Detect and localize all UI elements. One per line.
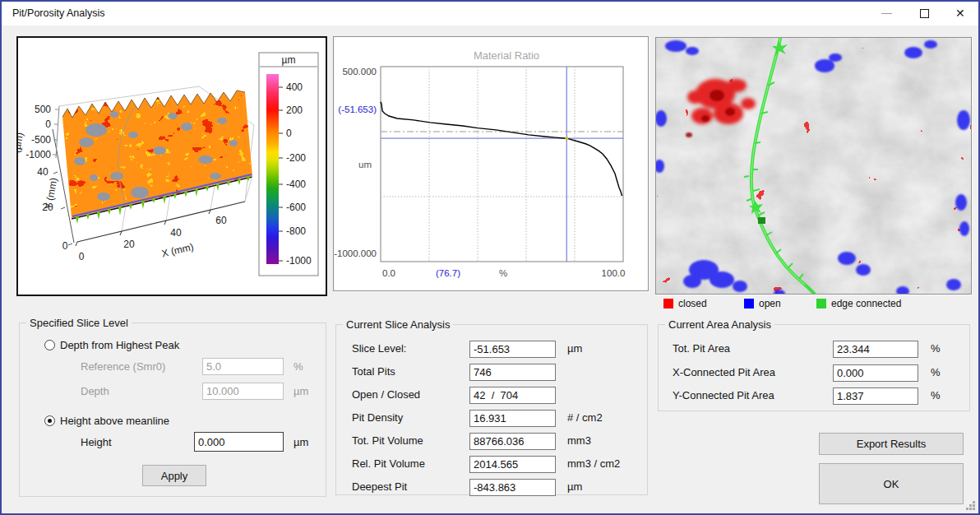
specified-slice-level-group: Specified Slice Level Depth from Highest… — [19, 322, 326, 497]
x-connected-pit-area-label: X-Connected Pit Area — [673, 366, 775, 378]
maximize-icon — [920, 9, 929, 18]
slice-level-label: Slice Level: — [352, 342, 406, 355]
depth-from-highest-peak-label: Depth from Highest Peak — [60, 339, 179, 351]
apply-button[interactable]: Apply — [142, 465, 206, 486]
height-label: Height — [81, 436, 112, 448]
z-tick: 500 — [35, 104, 51, 115]
z-tick: -500 — [31, 134, 51, 146]
x-tick: 60 — [215, 215, 227, 226]
colorbar-tick: -200 — [286, 152, 306, 164]
open-legend-label: open — [759, 298, 781, 309]
colorbar-tick: 0 — [286, 128, 292, 139]
depth-from-highest-peak-radio[interactable] — [44, 340, 55, 350]
close-icon: ✕ — [955, 7, 965, 20]
colorbar-tick: -400 — [286, 179, 306, 190]
pit-area-map-panel — [655, 37, 972, 295]
reference-unit: % — [294, 360, 303, 373]
y-axis-title: Y (mm) — [43, 177, 60, 211]
y-axis-unit: um — [358, 160, 372, 169]
rel-pit-volume-label: Rel. Pit Volume — [352, 457, 425, 470]
tot-pit-volume-label: Tot. Pit Volume — [352, 434, 423, 447]
maximize-button[interactable] — [911, 2, 939, 26]
y-marker-label: (-51.653) — [338, 104, 377, 114]
height-field[interactable] — [194, 432, 284, 452]
depth-unit: µm — [294, 385, 308, 397]
material-ratio-panel: Material Ratio 500.000 (-51.653) um -100… — [333, 36, 649, 291]
x-tick: 0 — [79, 251, 85, 262]
z-axis-title: (µm) — [18, 132, 25, 154]
depth-label: Depth — [81, 385, 109, 397]
tot-pit-volume-field[interactable] — [469, 433, 556, 450]
x-connected-pit-area-unit: % — [931, 366, 941, 378]
slice-level-unit: µm — [567, 342, 582, 355]
z-tick: 0 — [45, 118, 51, 130]
group-title: Specified Slice Level — [26, 317, 132, 329]
current-slice-analysis-group: Current Slice Analysis Slice Level: µm T… — [335, 324, 648, 495]
title-bar: Pit/Porosity Analysis ✕ — [2, 2, 978, 26]
current-area-analysis-group: Current Area Analysis Tot. Pit Area % X-… — [658, 324, 970, 411]
deepest-pit-field[interactable] — [469, 479, 556, 496]
edge-connected-legend-label: edge connected — [831, 298, 901, 309]
depth-field[interactable] — [202, 383, 284, 400]
deepest-pit-unit: µm — [567, 480, 582, 493]
colorbar-header: µm — [282, 54, 296, 66]
deepest-pit-label: Deepest Pit — [352, 480, 407, 493]
y-tick-top: 500.000 — [342, 67, 377, 77]
tot-pit-area-field[interactable] — [833, 341, 918, 358]
colorbar-tick: -600 — [286, 202, 306, 213]
reference-smr0-field[interactable] — [202, 358, 284, 375]
total-pits-label: Total Pits — [352, 365, 395, 378]
pit-area-map — [656, 38, 971, 294]
surface-3d-plot: 500 0 -500 -1000 40 20 0 0 20 40 60 X (m… — [18, 38, 326, 295]
pit-density-unit: # / cm2 — [567, 411, 603, 424]
export-results-button[interactable]: Export Results — [819, 433, 964, 455]
group-title: Current Area Analysis — [665, 318, 774, 331]
pit-density-label: Pit Density — [352, 411, 403, 424]
resize-grip[interactable] — [967, 502, 975, 510]
plot-area — [381, 67, 623, 262]
chart-title: Material Ratio — [474, 49, 539, 62]
rel-pit-volume-field[interactable] — [469, 456, 556, 473]
close-button[interactable]: ✕ — [948, 2, 976, 26]
surface-3d-panel: 500 0 -500 -1000 40 20 0 0 20 40 60 X (m… — [16, 36, 327, 296]
closed-legend-swatch — [663, 299, 673, 309]
minimize-button[interactable] — [873, 2, 901, 26]
z-tick: -1000 — [25, 149, 51, 160]
pit-porosity-dialog: Pit/Porosity Analysis ✕ — [0, 0, 980, 515]
group-title: Current Slice Analysis — [343, 318, 453, 331]
tot-pit-volume-unit: mm3 — [567, 434, 591, 447]
tot-pit-area-unit: % — [931, 342, 941, 355]
window-title: Pit/Porosity Analysis — [12, 7, 105, 19]
z-axis — [53, 106, 59, 158]
x-connected-pit-area-field[interactable] — [833, 364, 918, 382]
ok-button[interactable]: OK — [819, 463, 964, 504]
colorbar-gradient — [266, 74, 279, 264]
slice-level-field[interactable] — [469, 341, 556, 358]
closed-pit-speckle — [656, 38, 971, 294]
x-tick-right: 100.0 — [602, 268, 626, 278]
height-unit: µm — [294, 436, 308, 448]
colorbar-tick: 200 — [286, 104, 303, 116]
green-dark-node — [758, 217, 765, 224]
open-closed-label: Open / Closed — [352, 388, 420, 401]
y-connected-pit-area-unit: % — [931, 389, 941, 401]
height-above-meanline-radio[interactable] — [44, 415, 55, 426]
total-pits-field[interactable] — [469, 364, 556, 381]
colorbar-tick: 400 — [286, 81, 303, 93]
x-tick: 40 — [170, 227, 182, 239]
x-tick-left: 0.0 — [382, 268, 395, 278]
y-tick-bottom: -1000.000 — [334, 248, 377, 258]
colorbar-tick: -800 — [286, 225, 306, 237]
closed-legend-label: closed — [678, 298, 707, 309]
minimize-icon — [881, 13, 892, 14]
colorbar-tick: -1000 — [286, 255, 312, 267]
tot-pit-area-label: Tot. Pit Area — [673, 342, 730, 355]
crosshair-intersection-dot — [565, 137, 568, 140]
open-legend-swatch — [744, 299, 754, 309]
pit-density-field[interactable] — [469, 410, 556, 427]
x-axis-title: X (mm) — [160, 241, 194, 259]
open-closed-field[interactable] — [469, 387, 556, 404]
x-tick: 20 — [123, 239, 135, 250]
y-tick: 0 — [62, 240, 68, 252]
y-connected-pit-area-field[interactable] — [833, 387, 918, 405]
